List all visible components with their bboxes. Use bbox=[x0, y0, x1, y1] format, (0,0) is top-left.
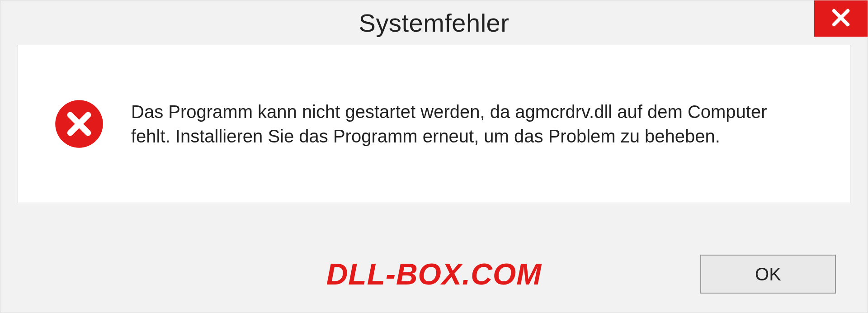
dialog-footer: DLL-BOX.COM OK bbox=[0, 236, 868, 313]
close-icon bbox=[830, 7, 851, 30]
error-dialog: Systemfehler Das Programm kann nicht ges… bbox=[0, 0, 868, 313]
ok-button[interactable]: OK bbox=[700, 255, 836, 294]
error-icon bbox=[54, 99, 104, 149]
content-panel: Das Programm kann nicht gestartet werden… bbox=[18, 45, 850, 203]
dialog-title: Systemfehler bbox=[359, 8, 509, 38]
ok-button-label: OK bbox=[755, 264, 781, 285]
titlebar: Systemfehler bbox=[0, 0, 868, 45]
error-message: Das Programm kann nicht gestartet werden… bbox=[131, 100, 809, 148]
close-button[interactable] bbox=[814, 0, 868, 37]
